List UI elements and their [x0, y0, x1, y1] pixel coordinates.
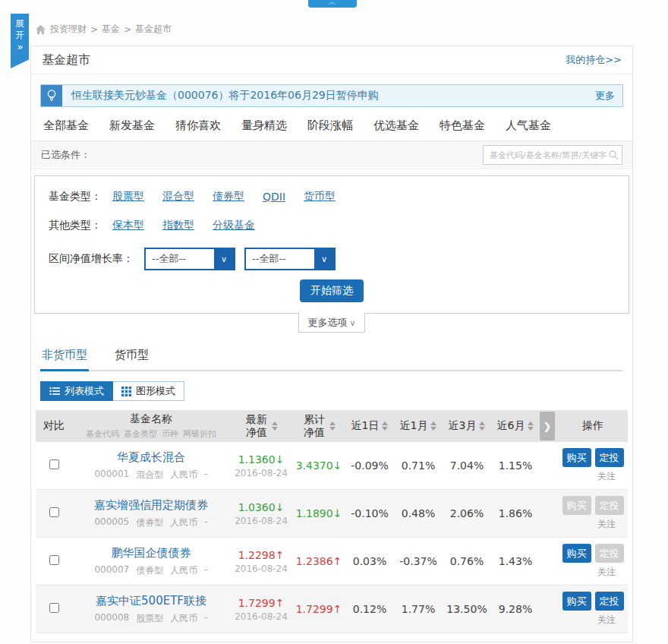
filter-qdii-type[interactable]: QDII	[263, 191, 285, 203]
scroll-columns-cell: ❯	[540, 412, 558, 440]
fund-code: 000007	[94, 564, 129, 577]
arrow-down-icon: ↓	[276, 501, 285, 513]
ribbon-char: 展	[11, 18, 29, 30]
growth-rate-select-to[interactable]: --全部-- ∨	[244, 248, 336, 270]
buy-button[interactable]: 购买	[562, 544, 591, 563]
fund-name-link[interactable]: 华夏成长混合	[72, 450, 230, 465]
filter-capital-protected[interactable]: 保本型	[112, 219, 144, 232]
buy-button[interactable]: 购买	[562, 592, 591, 611]
select-value: --全部--	[246, 252, 314, 266]
collapse-panel-button[interactable]: ︿	[308, 0, 357, 8]
tab-guess-you-like[interactable]: 猜你喜欢	[175, 118, 221, 133]
header-latest-nav-sort[interactable]: 最新净值	[230, 413, 292, 440]
return-3month: 0.76%	[443, 555, 491, 567]
return-1day: -0.10%	[345, 507, 394, 519]
more-options-toggle[interactable]: 更多选项∨	[298, 313, 365, 333]
main-panel: 基金超市 我的持仓>> 恒生联接美元钞基金（000076）将于2016年06月2…	[30, 46, 633, 642]
return-1day: 0.03%	[345, 555, 394, 567]
select-value: --全部--	[146, 252, 214, 266]
return-3month: 2.06%	[443, 507, 491, 519]
my-holdings-link[interactable]: 我的持仓>>	[566, 53, 622, 67]
fund-type: 债券型	[136, 516, 163, 529]
grid-mode-button[interactable]: 图形模式	[113, 381, 184, 401]
breadcrumb-item-fund[interactable]: 基金	[102, 23, 120, 36]
tab-non-monetary[interactable]: 非货币型	[40, 343, 89, 371]
tab-preferred-funds[interactable]: 优选基金	[373, 118, 419, 133]
tab-period-gain[interactable]: 阶段涨幅	[307, 118, 353, 133]
header-compare: 对比	[36, 419, 72, 433]
fund-meta: 000008 股票型 人民币 -	[72, 612, 230, 625]
scroll-right-button[interactable]: ❯	[540, 412, 555, 440]
header-6month-sort[interactable]: 近6月	[491, 419, 540, 433]
fund-currency: 人民币	[170, 564, 197, 577]
invest-button[interactable]: 定投	[595, 448, 624, 467]
fund-type: 债券型	[136, 564, 163, 577]
category-tabs: 全部基金 新发基金 猜你喜欢 量身精选 阶段涨幅 优选基金 特色基金 人气基金	[31, 110, 632, 141]
header-cum-nav-sort[interactable]: 累计净值	[292, 413, 345, 440]
sort-icon	[528, 421, 534, 431]
fund-name-link[interactable]: 嘉实增强信用定期债券	[72, 498, 230, 513]
nav-date: 2016-08-24	[230, 468, 292, 478]
arrow-up-icon: ↑	[333, 555, 342, 567]
fund-name-link[interactable]: 鹏华国企债债券	[72, 546, 230, 560]
fund-code: 000008	[94, 612, 129, 625]
header-latest-nav-label: 最新净值	[244, 413, 269, 440]
filter-hybrid-type[interactable]: 混合型	[162, 190, 194, 204]
fund-code: 000001	[94, 469, 129, 481]
tab-popular-funds[interactable]: 人气基金	[506, 118, 551, 133]
search-input[interactable]	[488, 150, 608, 161]
header-fund-code: 基金代码	[86, 428, 119, 440]
sort-icon	[329, 421, 336, 431]
filter-submit-row: 开始筛选	[49, 279, 615, 313]
filter-monetary-type[interactable]: 货币型	[304, 190, 336, 204]
compare-checkbox[interactable]	[49, 555, 59, 565]
invest-button-disabled: 定投	[595, 496, 624, 515]
compare-checkbox[interactable]	[49, 507, 59, 517]
list-mode-label: 列表模式	[65, 384, 104, 398]
filter-index-type[interactable]: 指数型	[162, 219, 194, 232]
tab-monetary[interactable]: 货币型	[113, 343, 150, 370]
fund-type-label: 基金类型：	[49, 190, 102, 204]
compare-checkbox[interactable]	[49, 603, 59, 613]
header-3month-sort[interactable]: 近3月	[443, 419, 491, 433]
announcement-text[interactable]: 恒生联接美元钞基金（000076）将于2016年06月29日暂停申购	[62, 89, 379, 103]
growth-rate-select-from[interactable]: --全部-- ∨	[144, 248, 235, 270]
follow-link[interactable]: 关注	[558, 518, 628, 531]
expand-sidebar-ribbon[interactable]: 展 开 »	[11, 14, 29, 68]
follow-link[interactable]: 关注	[558, 470, 628, 483]
search-icon[interactable]	[608, 150, 619, 160]
start-filter-button[interactable]: 开始筛选	[300, 279, 364, 302]
return-3month: 7.04%	[443, 459, 491, 472]
fund-meta: 000005 债券型 人民币 -	[72, 516, 230, 529]
filter-bond-type[interactable]: 债券型	[213, 190, 244, 204]
list-mode-button[interactable]: 列表模式	[40, 381, 113, 401]
tab-all-funds[interactable]: 全部基金	[43, 118, 89, 133]
breadcrumb-separator: >	[90, 24, 98, 35]
header-1day-sort[interactable]: 近1日	[345, 419, 394, 433]
arrow-down-icon: ↓	[333, 459, 342, 472]
ribbon-char: 开	[11, 30, 29, 41]
follow-link[interactable]: 关注	[558, 566, 628, 579]
follow-link[interactable]: 关注	[558, 614, 628, 627]
announcement-more-link[interactable]: 更多	[595, 89, 622, 103]
latest-nav-value: 1.0360↓	[230, 501, 292, 513]
fund-meta: 000007 债券型 人民币 -	[72, 564, 230, 577]
view-mode-switch: 列表模式 图形模式	[40, 381, 623, 401]
fund-name-link[interactable]: 嘉实中证500ETF联接	[72, 594, 230, 608]
invest-button-disabled: 定投	[595, 544, 624, 563]
breadcrumb-item-fund-supermarket[interactable]: 基金超市	[135, 23, 172, 36]
invest-button[interactable]: 定投	[595, 592, 624, 611]
header-1month-sort[interactable]: 近1月	[394, 419, 443, 433]
other-type-row: 其他类型： 保本型 指数型 分级基金	[49, 219, 615, 232]
tab-featured-funds[interactable]: 特色基金	[440, 118, 485, 133]
chevron-down-icon: ∨	[214, 249, 234, 269]
filter-graded-fund[interactable]: 分级基金	[213, 219, 255, 232]
breadcrumb-item-invest[interactable]: 投资理财	[50, 23, 87, 36]
filter-stock-type[interactable]: 股票型	[112, 190, 144, 204]
header-fund-name-label: 基金名称	[72, 412, 230, 426]
tab-tailored[interactable]: 量身精选	[241, 118, 287, 133]
tab-new-funds[interactable]: 新发基金	[109, 118, 155, 133]
compare-checkbox[interactable]	[49, 459, 59, 469]
buy-button[interactable]: 购买	[562, 448, 591, 467]
cum-nav-value: 3.4370↓	[296, 459, 342, 472]
